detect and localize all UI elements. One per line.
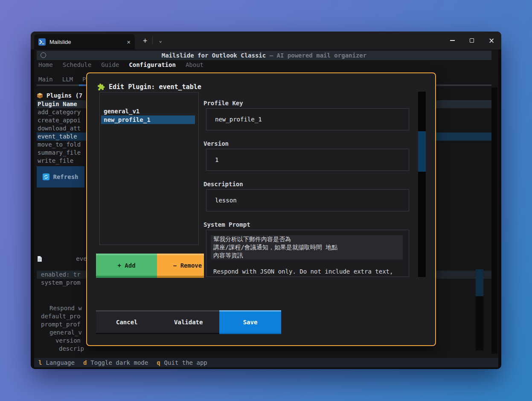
- dialog-title: Edit Plugin: event_table: [97, 82, 201, 92]
- nav-home[interactable]: Home: [38, 61, 53, 68]
- profile-list: general_v1 new_profile_1: [99, 92, 199, 245]
- binding-quit[interactable]: qQuit the app: [157, 359, 207, 366]
- terminal-window: Mailslide × + ⌄ × Mailslide for Outlook …: [31, 32, 501, 369]
- tab-title: Mailslide: [49, 39, 123, 45]
- preview-line: Respond w: [49, 304, 82, 312]
- version-input[interactable]: 1: [206, 149, 409, 171]
- window-controls: ×: [442, 32, 501, 49]
- tab-dropdown-chevron-icon[interactable]: ⌄: [155, 35, 166, 46]
- profile-actions: + Add − Remove: [96, 254, 204, 278]
- powershell-icon: [38, 38, 46, 46]
- profile-item-new-profile-1[interactable]: new_profile_1: [101, 115, 195, 124]
- profile-key-input[interactable]: new_profile_1: [206, 108, 409, 130]
- dialog-footer-buttons: Cancel Validate: [96, 310, 219, 334]
- binding-dark-mode[interactable]: dToggle dark mode: [83, 359, 148, 366]
- preview-line: descrip: [59, 345, 84, 353]
- desktop-background: Mailslide × + ⌄ × Mailslide for Outlook …: [0, 0, 532, 401]
- preview-scrollbar-thumb[interactable]: [476, 269, 483, 296]
- nav-guide[interactable]: Guide: [101, 61, 119, 68]
- tab-close-icon[interactable]: ×: [127, 39, 131, 45]
- cancel-button[interactable]: Cancel: [96, 312, 158, 333]
- prompt-blank-line: [211, 260, 403, 268]
- preview-line: prompt_prof: [41, 320, 81, 329]
- app-header-bar: Mailslide for Outlook Classic — AI power…: [37, 51, 491, 60]
- minimize-icon: [450, 40, 455, 41]
- maximize-button[interactable]: [462, 32, 482, 49]
- refresh-button[interactable]: Refresh: [37, 166, 84, 188]
- dialog-scrollbar-track[interactable]: [418, 92, 426, 277]
- nav-configuration[interactable]: Configuration: [129, 61, 176, 68]
- prompt-line: 講座/課程/會議通知，如果是就擷取時間 地點: [211, 243, 403, 251]
- app-title: Mailslide for Outlook Classic — AI power…: [37, 51, 491, 60]
- tab-llm[interactable]: LLM: [62, 76, 73, 83]
- table-scrollbar-track[interactable]: [491, 87, 497, 354]
- edit-plugin-dialog: Edit Plugin: event_table general_v1 new_…: [86, 72, 436, 346]
- close-button[interactable]: ×: [482, 32, 501, 49]
- system-prompt-textarea[interactable]: 幫我分析以下郵件內容是否為 講座/課程/會議通知，如果是就擷取時間 地點 內容等…: [206, 230, 409, 277]
- refresh-icon: [43, 173, 49, 180]
- preview-line: system_prom: [41, 279, 81, 287]
- system-prompt-label: System Prompt: [203, 221, 250, 228]
- preview-line: default_pro: [41, 312, 81, 320]
- minimize-button[interactable]: [442, 32, 462, 49]
- nav-schedule[interactable]: Schedule: [63, 61, 91, 68]
- dialog-scrollbar-thumb[interactable]: [418, 131, 426, 172]
- plugins-section-title: Plugins (7: [37, 91, 82, 100]
- preview-scrollbar-track[interactable]: [476, 296, 483, 350]
- save-button[interactable]: Save: [219, 310, 281, 334]
- maximize-icon: [470, 38, 474, 43]
- footer-keybar: lLanguage dToggle dark mode qQuit the ap…: [34, 358, 498, 367]
- tab-separator: [152, 37, 153, 44]
- preview-line: version: [55, 337, 81, 345]
- package-icon: [37, 92, 43, 99]
- remove-profile-button[interactable]: − Remove: [157, 254, 204, 278]
- preview-line: general_v: [49, 329, 82, 337]
- prompt-line: 幫我分析以下郵件內容是否為: [211, 235, 403, 243]
- binding-language[interactable]: lLanguage: [38, 359, 75, 366]
- prompt-line: 內容等資訊: [211, 251, 403, 260]
- puzzle-icon: [97, 83, 105, 91]
- add-profile-button[interactable]: + Add: [96, 254, 157, 278]
- tab-main[interactable]: Main: [38, 76, 53, 83]
- profile-key-label: Profile Key: [203, 100, 243, 107]
- nav-about[interactable]: About: [186, 61, 203, 68]
- validate-button[interactable]: Validate: [158, 312, 220, 333]
- main-nav: Home Schedule Guide Configuration About: [38, 61, 203, 69]
- description-label: Description: [203, 181, 243, 188]
- prompt-line: Respond with JSON only. Do not include e…: [211, 268, 403, 276]
- config-subtabs: Main LLM P: [38, 75, 86, 84]
- profile-item-general-v1[interactable]: general_v1: [101, 107, 195, 115]
- description-input[interactable]: lesson: [206, 189, 409, 211]
- version-label: Version: [203, 140, 229, 147]
- titlebar: Mailslide × + ⌄ ×: [31, 32, 501, 49]
- terminal-tab[interactable]: Mailslide ×: [34, 34, 135, 49]
- tab-plugins[interactable]: P: [82, 76, 86, 83]
- new-tab-button[interactable]: +: [140, 35, 150, 46]
- preview-line: enabled: tr: [41, 271, 81, 279]
